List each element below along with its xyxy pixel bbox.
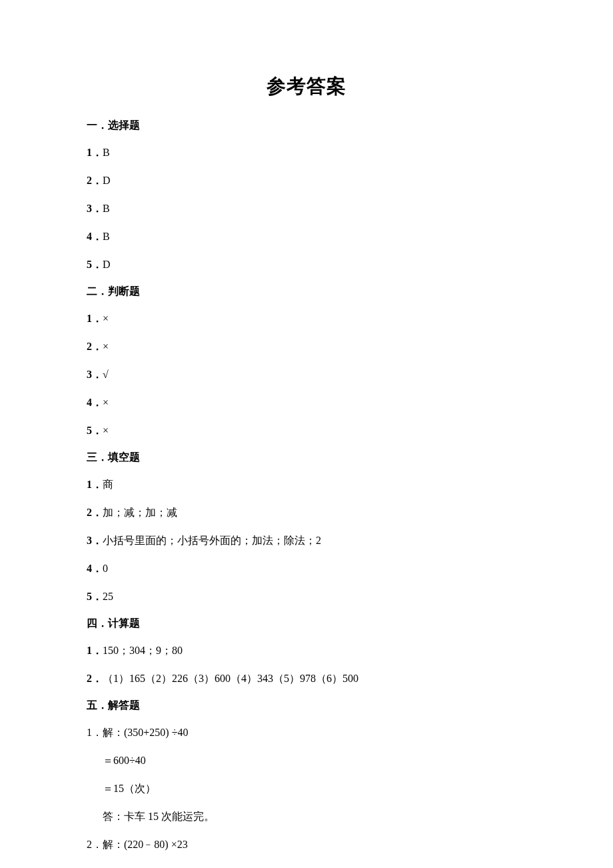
item-number: 1． [87, 147, 103, 158]
s3-item-3: 3．小括号里面的；小括号外面的；加法；除法；2 [87, 533, 526, 549]
solution-text: 解：(220﹣80) ×23 [103, 839, 188, 850]
s3-item-5: 5．25 [87, 589, 526, 605]
item-value: × [103, 341, 109, 352]
item-value: 商 [103, 479, 113, 490]
section-1-header: 一．选择题 [87, 119, 526, 133]
s1-item-2: 2．D [87, 173, 526, 189]
s3-item-2: 2．加；减；加；减 [87, 505, 526, 521]
item-value: × [103, 425, 109, 436]
s2-item-2: 2．× [87, 339, 526, 355]
item-number: 2． [87, 673, 103, 684]
s2-item-1: 1．× [87, 311, 526, 327]
section-2-header: 二．判断题 [87, 285, 526, 299]
item-value: × [103, 313, 109, 324]
s1-item-4: 4．B [87, 229, 526, 245]
s4-item-1: 1．150；304；9；80 [87, 643, 526, 659]
item-number: 5． [87, 259, 103, 270]
s2-item-3: 3．√ [87, 367, 526, 383]
item-value: 小括号里面的；小括号外面的；加法；除法；2 [103, 535, 321, 546]
item-number: 2． [87, 341, 103, 352]
s3-item-1: 1．商 [87, 477, 526, 493]
s5-problem-1-line3: ＝15（次） [87, 781, 526, 797]
item-number: 2． [87, 839, 103, 850]
item-number: 5． [87, 425, 103, 436]
s2-item-5: 5．× [87, 423, 526, 439]
item-value: 0 [103, 563, 108, 574]
item-value: （1）165（2）226（3）600（4）343（5）978（6）500 [103, 673, 358, 684]
item-number: 1． [87, 727, 103, 738]
item-value: √ [103, 369, 109, 380]
item-number: 1． [87, 645, 103, 656]
solution-text: 解：(350+250) ÷40 [103, 727, 188, 738]
item-number: 3． [87, 203, 103, 214]
item-value: 150；304；9；80 [103, 645, 183, 656]
s1-item-5: 5．D [87, 257, 526, 273]
s5-problem-2-line1: 2．解：(220﹣80) ×23 [87, 837, 526, 853]
item-number: 3． [87, 535, 103, 546]
item-number: 4． [87, 231, 103, 242]
s1-item-3: 3．B [87, 201, 526, 217]
item-number: 4． [87, 563, 103, 574]
item-value: B [103, 231, 110, 242]
s3-item-4: 4．0 [87, 561, 526, 577]
section-5-header: 五．解答题 [87, 699, 526, 713]
s1-item-1: 1．B [87, 145, 526, 161]
page-title: 参考答案 [87, 73, 526, 100]
item-number: 3． [87, 369, 103, 380]
item-value: D [103, 259, 111, 270]
item-number: 2． [87, 175, 103, 186]
item-number: 2． [87, 507, 103, 518]
item-number: 4． [87, 397, 103, 408]
item-value: B [103, 147, 110, 158]
s5-problem-1-line2: ＝600÷40 [87, 753, 526, 769]
item-value: × [103, 397, 109, 408]
s5-problem-1-line1: 1．解：(350+250) ÷40 [87, 725, 526, 741]
s4-item-2: 2．（1）165（2）226（3）600（4）343（5）978（6）500 [87, 671, 526, 687]
section-4-header: 四．计算题 [87, 617, 526, 631]
s2-item-4: 4．× [87, 395, 526, 411]
item-value: 25 [103, 591, 113, 602]
item-number: 1． [87, 479, 103, 490]
item-value: D [103, 175, 111, 186]
s5-problem-2-line2: ＝140×23 [87, 865, 526, 868]
section-3-header: 三．填空题 [87, 451, 526, 465]
item-number: 1． [87, 313, 103, 324]
item-value: 加；减；加；减 [103, 507, 177, 518]
s5-problem-1-line4: 答：卡车 15 次能运完。 [87, 809, 526, 825]
item-number: 5． [87, 591, 103, 602]
item-value: B [103, 203, 110, 214]
